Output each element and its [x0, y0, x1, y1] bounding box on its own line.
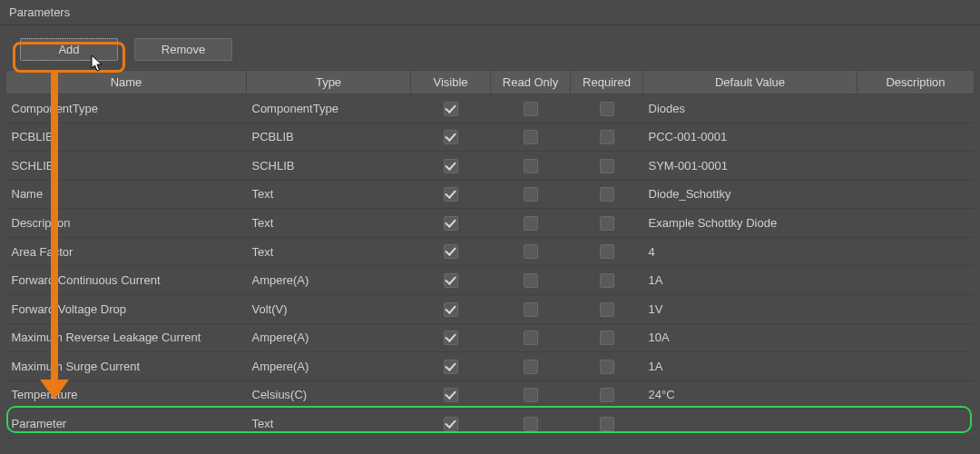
required-checkbox[interactable] — [600, 216, 614, 231]
table-row[interactable]: Area FactorText4 — [6, 237, 975, 266]
cell-default[interactable]: SYM-001-0001 — [643, 152, 858, 181]
col-header-name[interactable]: Name — [6, 71, 247, 94]
cell-description[interactable] — [858, 152, 975, 181]
table-row[interactable]: TemperatureCelsius(C)24°C — [6, 380, 975, 410]
col-header-visible[interactable]: Visible — [411, 71, 491, 94]
cell-description[interactable] — [858, 323, 975, 352]
cell-default[interactable]: PCC-001-0001 — [643, 123, 858, 152]
visible-checkbox[interactable] — [444, 130, 458, 144]
col-header-readonly[interactable]: Read Only — [491, 71, 571, 94]
readonly-checkbox[interactable] — [524, 302, 538, 317]
required-checkbox[interactable] — [600, 102, 614, 116]
cell-type[interactable]: Text — [247, 209, 411, 238]
cell-default[interactable]: 1V — [643, 294, 858, 323]
required-checkbox[interactable] — [600, 273, 614, 288]
cell-description[interactable] — [858, 237, 975, 266]
cell-name[interactable]: SCHLIB — [6, 152, 247, 181]
table-row[interactable]: PCBLIBPCBLIBPCC-001-0001 — [6, 123, 975, 152]
table-row[interactable]: ParameterText — [6, 410, 975, 439]
cell-type[interactable]: Celsius(C) — [247, 380, 411, 410]
cell-description[interactable] — [858, 123, 975, 152]
visible-checkbox[interactable] — [444, 302, 458, 317]
cell-default[interactable]: 24°C — [643, 380, 858, 410]
required-checkbox[interactable] — [600, 331, 614, 345]
readonly-checkbox[interactable] — [524, 187, 538, 202]
visible-checkbox[interactable] — [444, 360, 458, 374]
required-checkbox[interactable] — [600, 388, 614, 402]
cell-default[interactable]: 1A — [643, 266, 858, 295]
table-row[interactable]: Maximum Reverse Leakage CurrentAmpere(A)… — [6, 323, 975, 352]
visible-checkbox[interactable] — [444, 244, 458, 259]
table-row[interactable]: Forward Continuous CurrentAmpere(A)1A — [6, 266, 975, 295]
visible-checkbox[interactable] — [444, 159, 458, 173]
required-checkbox[interactable] — [600, 302, 614, 317]
cell-name[interactable]: Area Factor — [6, 237, 247, 266]
cell-name[interactable]: Forward Voltage Drop — [6, 294, 247, 323]
required-checkbox[interactable] — [600, 417, 614, 431]
cell-name[interactable]: Forward Continuous Current — [6, 266, 247, 295]
cell-name[interactable]: PCBLIB — [6, 123, 247, 152]
readonly-checkbox[interactable] — [524, 388, 538, 402]
table-row[interactable]: NameTextDiode_Schottky — [6, 180, 975, 209]
readonly-checkbox[interactable] — [524, 130, 538, 144]
col-header-default[interactable]: Default Value — [643, 71, 858, 94]
required-checkbox[interactable] — [600, 360, 614, 374]
cell-description[interactable] — [858, 352, 975, 381]
readonly-checkbox[interactable] — [524, 244, 538, 259]
cell-type[interactable]: Ampere(A) — [247, 266, 411, 295]
cell-type[interactable]: ComponentType — [247, 94, 411, 123]
cell-default[interactable]: 1A — [643, 352, 858, 381]
col-header-type[interactable]: Type — [247, 71, 411, 94]
cell-description[interactable] — [858, 94, 975, 123]
cell-description[interactable] — [858, 380, 975, 410]
cell-type[interactable]: Text — [247, 180, 411, 209]
readonly-checkbox[interactable] — [524, 216, 538, 231]
table-row[interactable]: DescriptionTextExample Schottky Diode — [6, 209, 975, 238]
remove-button[interactable]: Remove — [134, 38, 232, 61]
table-row[interactable]: Maximum Surge CurrentAmpere(A)1A — [6, 352, 975, 381]
cell-type[interactable]: Text — [247, 410, 411, 439]
visible-checkbox[interactable] — [444, 388, 458, 402]
cell-name[interactable]: Description — [6, 209, 247, 238]
cell-name[interactable]: Temperature — [6, 380, 247, 410]
cell-default[interactable]: Example Schottky Diode — [643, 209, 858, 238]
visible-checkbox[interactable] — [444, 187, 458, 202]
cell-name[interactable]: ComponentType — [6, 94, 247, 123]
cell-description[interactable] — [858, 294, 975, 323]
required-checkbox[interactable] — [600, 159, 614, 173]
cell-description[interactable] — [858, 266, 975, 295]
cell-description[interactable] — [858, 209, 975, 238]
table-row[interactable]: ComponentTypeComponentTypeDiodes — [6, 94, 975, 123]
col-header-required[interactable]: Required — [571, 71, 643, 94]
readonly-checkbox[interactable] — [524, 273, 538, 288]
required-checkbox[interactable] — [600, 130, 614, 144]
visible-checkbox[interactable] — [444, 216, 458, 231]
readonly-checkbox[interactable] — [524, 102, 538, 116]
cell-name[interactable]: Maximum Surge Current — [6, 352, 247, 381]
table-row[interactable]: SCHLIBSCHLIBSYM-001-0001 — [6, 152, 975, 181]
table-row[interactable]: Forward Voltage DropVolt(V)1V — [6, 294, 975, 323]
cell-type[interactable]: Volt(V) — [247, 294, 411, 323]
cell-type[interactable]: Ampere(A) — [247, 352, 411, 381]
visible-checkbox[interactable] — [444, 417, 458, 431]
required-checkbox[interactable] — [600, 244, 614, 259]
cell-default[interactable]: Diodes — [643, 94, 858, 123]
readonly-checkbox[interactable] — [524, 417, 538, 431]
col-header-description[interactable]: Description — [858, 71, 975, 94]
cell-description[interactable] — [858, 410, 975, 439]
cell-type[interactable]: SCHLIB — [247, 152, 411, 181]
cell-name[interactable]: Name — [6, 180, 247, 209]
readonly-checkbox[interactable] — [524, 159, 538, 173]
cell-default[interactable]: Diode_Schottky — [643, 180, 858, 209]
visible-checkbox[interactable] — [444, 331, 458, 345]
visible-checkbox[interactable] — [444, 102, 458, 116]
readonly-checkbox[interactable] — [524, 360, 538, 374]
cell-type[interactable]: Ampere(A) — [247, 323, 411, 352]
readonly-checkbox[interactable] — [524, 331, 538, 345]
cell-default[interactable] — [643, 410, 858, 439]
visible-checkbox[interactable] — [444, 273, 458, 288]
add-button[interactable]: Add — [20, 38, 118, 61]
cell-type[interactable]: Text — [247, 237, 411, 266]
cell-default[interactable]: 4 — [643, 237, 858, 266]
cell-name[interactable]: Parameter — [6, 410, 247, 439]
